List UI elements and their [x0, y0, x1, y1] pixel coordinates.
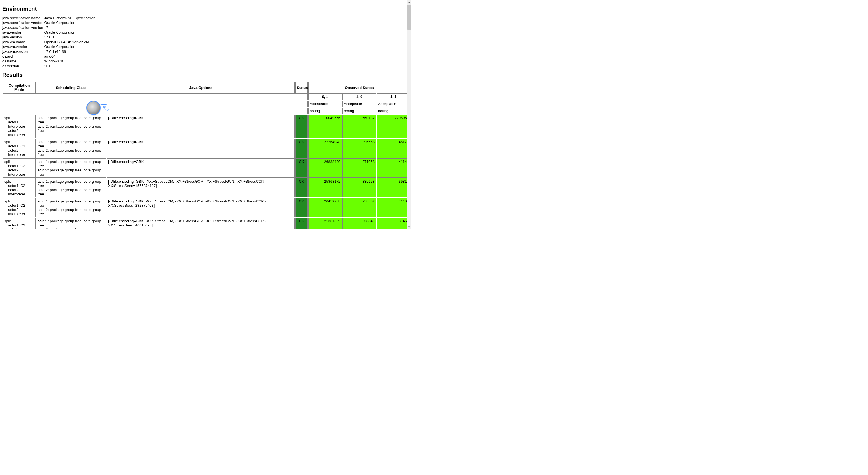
scheduling-class-cell: actor1: package group free, core group f… [36, 178, 106, 197]
env-row: os.nameWindows 10 [2, 59, 96, 64]
sched-line2: actor2: package group free, core group f… [38, 188, 105, 196]
env-row: java.vm.vendorOracle Corporation [2, 44, 96, 49]
status-cell: OK [295, 218, 308, 229]
observed-count-cell: 31458 [377, 218, 410, 229]
scrollbar-thumb[interactable] [407, 4, 411, 30]
obs-expect-0: Acceptable [308, 100, 342, 107]
comp-actor1: actor1: C2 [4, 223, 34, 227]
env-key: java.vm.vendor [2, 44, 44, 49]
env-row: os.version10.0 [2, 64, 96, 68]
env-value: Oracle Corporation [44, 44, 97, 49]
table-row: splitactor1: C2actor2: Interpreteractor1… [3, 198, 410, 217]
env-value: 17 [44, 25, 97, 30]
sched-line1: actor1: package group free, core group f… [38, 116, 105, 124]
observed-count-cell: 396668 [342, 139, 376, 158]
env-value: 17.0.1 [44, 35, 97, 39]
java-options-cell: [-Dfile.encoding=GBK, -XX:+StressLCM, -X… [107, 218, 295, 229]
env-value: Oracle Corporation [44, 30, 97, 35]
scrollbar-arrow-down-icon[interactable] [407, 225, 411, 229]
obs-interest-0: boring [308, 107, 342, 114]
sched-line2: actor2: package group free, core group f… [38, 148, 105, 157]
compilation-mode-cell: splitactor1: C1actor2: Interpreter [3, 139, 36, 158]
comp-top: split [4, 160, 34, 164]
comp-actor1: actor1: C1 [4, 144, 34, 148]
env-key: java.vm.name [2, 39, 44, 44]
env-value: Java Platform API Specification [44, 15, 97, 20]
comp-actor2: actor2: Interpreter [4, 128, 34, 137]
environment-heading: Environment [2, 6, 409, 12]
scheduling-class-cell: actor1: package group free, core group f… [36, 218, 106, 229]
observed-count-cell: 22764048 [308, 139, 342, 158]
obs-header-0: 0, 1 [308, 93, 342, 100]
env-row: java.specification.version17 [2, 25, 96, 30]
env-key: java.vm.version [2, 49, 44, 54]
obs-header-2: 1, 1 [377, 93, 410, 100]
col-status: Status [295, 82, 308, 93]
comp-top: split [4, 179, 34, 184]
scheduling-class-cell: actor1: package group free, core group f… [36, 198, 106, 217]
sched-line1: actor1: package group free, core group f… [38, 199, 105, 208]
observed-count-cell: 9660132 [342, 115, 376, 138]
comp-actor1: actor1: C2 [4, 203, 34, 208]
env-value: amd64 [44, 54, 97, 59]
status-cell: OK [295, 178, 308, 197]
comp-actor2: actor2: Interpreter [4, 168, 34, 177]
java-options-cell: [-Dfile.encoding=GBK] [107, 139, 295, 158]
env-key: os.version [2, 64, 44, 68]
status-cell: OK [295, 115, 308, 138]
obs-expect-2: Acceptable [377, 100, 410, 107]
status-cell: OK [295, 198, 308, 217]
table-row: splitactor1: C2actor2: Interpreteractor1… [3, 158, 410, 178]
results-heading: Results [2, 72, 409, 78]
comp-top: split [4, 219, 34, 223]
scheduling-class-cell: actor1: package group free, core group f… [36, 115, 106, 138]
sched-line1: actor1: package group free, core group f… [38, 179, 105, 188]
env-key: java.specification.vendor [2, 20, 44, 25]
observed-count-cell: 26459258 [308, 198, 342, 217]
env-row: java.vm.version17.0.1+12-39 [2, 49, 96, 54]
env-row: java.version17.0.1 [2, 35, 96, 39]
comp-actor2: actor2: Interpreter [4, 148, 34, 157]
comp-top: split [4, 140, 34, 144]
spacer-row-1 [3, 93, 308, 100]
env-key: java.version [2, 35, 44, 39]
env-value: Oracle Corporation [44, 20, 97, 25]
observed-count-cell: 39318 [377, 178, 410, 197]
observed-count-cell: 371058 [342, 158, 376, 178]
comp-actor1: actor1: C2 [4, 164, 34, 168]
vertical-scrollbar[interactable] [407, 0, 411, 229]
env-value: 10.0 [44, 64, 97, 68]
sched-line2: actor2: package group free, core group f… [38, 208, 105, 216]
comp-actor2: actor2: Interpreter [4, 227, 34, 229]
observed-count-cell: 258502 [342, 198, 376, 217]
env-key: java.specification.version [2, 25, 44, 30]
sched-line1: actor1: package group free, core group f… [38, 160, 105, 168]
compilation-mode-cell: splitactor1: C2actor2: Interpreter [3, 178, 36, 197]
env-key: java.vendor [2, 30, 44, 35]
scrollbar-arrow-up-icon[interactable] [407, 0, 411, 4]
env-row: java.vm.nameOpenJDK 64-Bit Server VM [2, 39, 96, 44]
obs-header-1: 1, 0 [342, 93, 376, 100]
java-options-cell: [-Dfile.encoding=GBK] [107, 158, 295, 178]
env-key: os.arch [2, 54, 44, 59]
sched-line1: actor1: package group free, core group f… [38, 140, 105, 148]
observed-count-cell: 45172 [377, 139, 410, 158]
env-key: java.specification.name [2, 15, 44, 20]
observed-count-cell: 339678 [342, 178, 376, 197]
spacer-row-3 [3, 107, 308, 114]
scheduling-class-cell: actor1: package group free, core group f… [36, 139, 106, 158]
comp-top: split [4, 199, 34, 203]
col-observed-states: Observed States [308, 82, 410, 93]
comp-actor1: actor1: C2 [4, 184, 34, 188]
env-row: java.vendorOracle Corporation [2, 30, 96, 35]
comp-actor2: actor2: Interpreter [4, 188, 34, 196]
col-compilation-mode: Compilation Mode [3, 82, 36, 93]
table-row: splitactor1: Interpreteractor2: Interpre… [3, 115, 410, 138]
env-key: os.name [2, 59, 44, 64]
observed-count-cell: 41408 [377, 198, 410, 217]
obs-expect-1: Acceptable [342, 100, 376, 107]
observed-count-cell: 21361509 [308, 218, 342, 229]
env-value: OpenJDK 64-Bit Server VM [44, 39, 97, 44]
env-value: 17.0.1+12-39 [44, 49, 97, 54]
compilation-mode-cell: splitactor1: C2actor2: Interpreter [3, 218, 36, 229]
